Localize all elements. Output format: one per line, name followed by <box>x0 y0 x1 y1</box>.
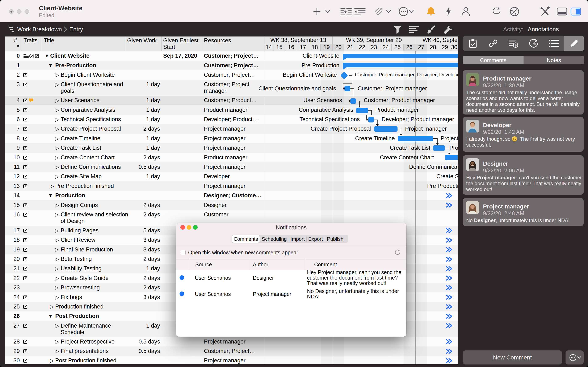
svg-text:%: % <box>532 41 536 46</box>
svg-text:$: $ <box>515 43 517 47</box>
